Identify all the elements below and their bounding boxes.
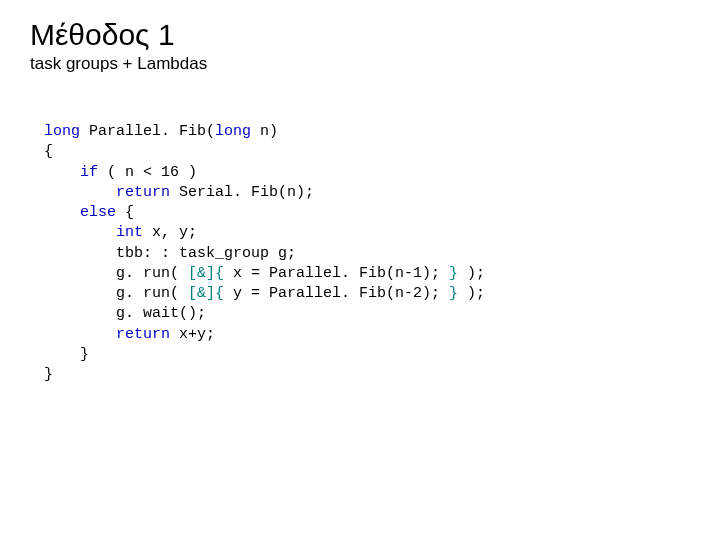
code-text: { — [116, 204, 134, 221]
code-lambda: [&]{ — [188, 285, 224, 302]
code-text: x = Parallel. Fib(n-1); — [224, 265, 449, 282]
code-text: tbb: : task_group g; — [44, 245, 296, 262]
code-text: g. wait(); — [44, 305, 206, 322]
code-text: g. run( — [44, 285, 188, 302]
code-text: ( n < 16 ) — [98, 164, 197, 181]
code-keyword: else — [44, 204, 116, 221]
code-keyword: long — [44, 123, 80, 140]
slide-subtitle: task groups + Lambdas — [30, 54, 690, 74]
code-text: Parallel. Fib( — [80, 123, 215, 140]
code-lambda: [&]{ — [188, 265, 224, 282]
code-lambda: } — [449, 285, 458, 302]
code-text: ); — [458, 285, 485, 302]
code-block: long Parallel. Fib(long n) { if ( n < 16… — [30, 122, 690, 385]
code-keyword: long — [215, 123, 251, 140]
code-text: ); — [458, 265, 485, 282]
code-lambda: } — [449, 265, 458, 282]
code-text: } — [44, 346, 89, 363]
code-text: } — [44, 366, 53, 383]
code-keyword: if — [44, 164, 98, 181]
code-text: g. run( — [44, 265, 188, 282]
code-text: n) — [251, 123, 278, 140]
code-text: Serial. Fib(n); — [170, 184, 314, 201]
code-text: y = Parallel. Fib(n-2); — [224, 285, 449, 302]
code-text: x+y; — [170, 326, 215, 343]
code-keyword: return — [44, 184, 170, 201]
code-keyword: return — [44, 326, 170, 343]
code-text: { — [44, 143, 53, 160]
code-keyword: int — [44, 224, 143, 241]
code-text: x, y; — [143, 224, 197, 241]
slide-title: Μέθοδος 1 — [30, 18, 690, 52]
